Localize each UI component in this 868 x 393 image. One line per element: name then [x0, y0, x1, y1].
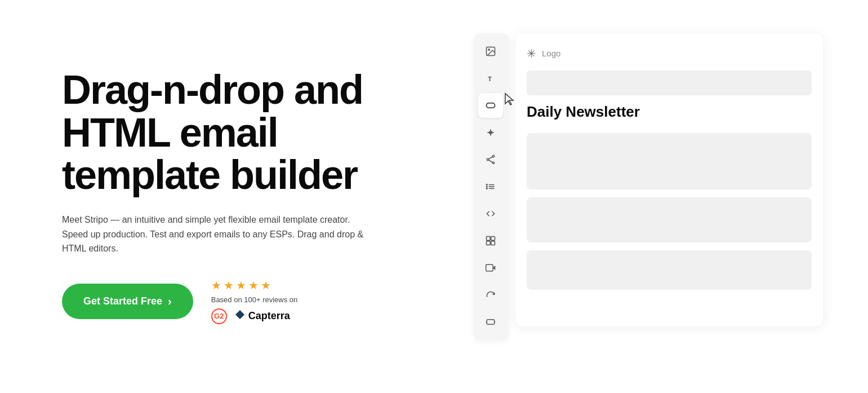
star-1: ★ [211, 279, 221, 292]
svg-rect-21 [487, 241, 491, 245]
toolbar-carousel[interactable] [478, 310, 503, 334]
email-content-block-1 [527, 133, 812, 189]
capterra-arrow-icon [235, 310, 245, 323]
toolbar-text[interactable]: T [478, 66, 503, 91]
email-content-block-3 [527, 250, 812, 290]
star-4: ★ [248, 279, 259, 292]
cta-arrow-icon: › [168, 295, 172, 308]
toolbar-layout[interactable] [478, 120, 503, 145]
left-content: Drag-n-drop and HTML email template buil… [62, 69, 445, 324]
get-started-button[interactable]: Get Started Free › [62, 284, 193, 319]
toolbar-code[interactable] [478, 201, 503, 226]
email-input-block [527, 70, 812, 95]
star-2: ★ [224, 279, 234, 292]
capterra-logo: Capterra [235, 310, 290, 323]
cta-row: Get Started Free › ★ ★ ★ ★ ★ Based on 10… [62, 279, 445, 324]
page-container: Drag-n-drop and HTML email template buil… [0, 0, 868, 393]
capterra-label: Capterra [248, 310, 290, 322]
reviews-block: ★ ★ ★ ★ ★ Based on 100+ reviews on G2 [211, 279, 298, 324]
g2-logo: G2 [211, 308, 227, 324]
email-preview-panel: ✳ Logo Daily Newsletter [515, 33, 823, 326]
svg-rect-20 [491, 236, 495, 240]
reviews-text: Based on 100+ reviews on [211, 295, 298, 304]
svg-point-16 [487, 184, 488, 185]
logo-sun-icon: ✳ [527, 47, 536, 60]
email-content-block-2 [527, 197, 812, 242]
toolbar-share[interactable] [478, 147, 503, 172]
toolbar-video[interactable] [478, 255, 503, 280]
editor-mockup: T [474, 33, 823, 360]
email-newsletter-title: Daily Newsletter [527, 103, 812, 121]
svg-line-12 [489, 160, 493, 162]
cta-label: Get Started Free [83, 295, 162, 307]
svg-rect-22 [491, 241, 495, 245]
svg-rect-23 [486, 264, 493, 271]
logo-text-label: Logo [542, 48, 560, 58]
svg-rect-4 [487, 103, 495, 107]
svg-line-11 [489, 157, 493, 159]
toolbar-timer[interactable] [478, 282, 503, 307]
toolbar-image[interactable] [478, 39, 503, 64]
star-3: ★ [236, 279, 246, 292]
svg-point-18 [487, 188, 488, 189]
hero-title: Drag-n-drop and HTML email template buil… [62, 69, 445, 197]
reviews-logos: G2 Capterra [211, 308, 298, 324]
toolbar-sidebar: T [474, 33, 509, 340]
toolbar-block[interactable] [478, 228, 503, 253]
toolbar-button[interactable] [478, 93, 503, 118]
hero-description: Meet Stripo — an intuitive and simple ye… [62, 213, 366, 256]
svg-marker-0 [235, 310, 244, 319]
svg-point-2 [488, 48, 490, 50]
svg-point-9 [487, 158, 488, 160]
toolbar-list[interactable] [478, 174, 503, 199]
svg-rect-25 [487, 319, 494, 324]
g2-circle-icon: G2 [211, 308, 227, 324]
email-logo-row: ✳ Logo [527, 47, 812, 60]
svg-rect-19 [487, 236, 491, 240]
right-content: T [445, 23, 823, 370]
stars-row: ★ ★ ★ ★ ★ [211, 279, 298, 292]
svg-point-17 [487, 186, 488, 187]
svg-point-8 [492, 155, 494, 157]
svg-point-10 [492, 162, 494, 164]
svg-text:T: T [488, 75, 492, 82]
star-5: ★ [261, 279, 271, 292]
